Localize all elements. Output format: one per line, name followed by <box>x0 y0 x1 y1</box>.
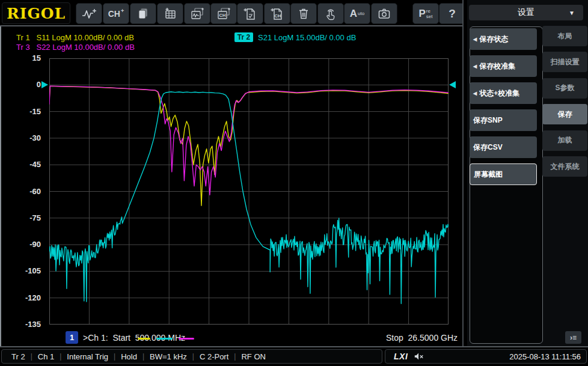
screenshot-button[interactable] <box>371 3 397 24</box>
plot-region: Tr 1 S11 LogM 10.00dB/ 0.00 dB Tr 3 S22 … <box>0 26 464 346</box>
tab-s-params[interactable]: S参数 <box>542 78 587 99</box>
status-separator: | <box>234 352 236 361</box>
tab-save[interactable]: 保存 <box>542 104 587 124</box>
y-axis-tick: -60 <box>17 187 41 196</box>
y-axis-tick: 15 <box>17 53 41 63</box>
reference-level-marker-right-icon[interactable] <box>449 81 456 88</box>
y-axis-tick: -75 <box>17 213 41 222</box>
rigol-logo-text: RIGOL <box>7 5 66 22</box>
menu-item-label: 屏幕截图 <box>474 169 503 180</box>
status-trigger: Internal Trig <box>67 352 108 361</box>
window-ch-icon: CH <box>216 7 231 21</box>
status-separator: | <box>192 352 194 361</box>
delete-button[interactable] <box>290 3 317 24</box>
y-axis-tick: -15 <box>17 107 41 116</box>
status-segment-right: LXI 2025-08-13 11:11:56 <box>385 349 587 364</box>
menu-item-screenshot[interactable]: 屏幕截图 <box>470 163 537 185</box>
submenu-arrow-icon: ◀ <box>473 91 477 96</box>
sidebar-title-dropdown[interactable]: 设置 ▼ <box>469 5 583 20</box>
preset-button[interactable]: Preset <box>412 3 439 24</box>
active-trace-badge[interactable]: Tr 2 <box>234 32 253 42</box>
add-trace-button[interactable] <box>76 3 102 24</box>
touch-icon <box>323 7 338 21</box>
reference-level-marker-left-icon[interactable] <box>41 81 48 88</box>
add-channel-button[interactable]: CH+ <box>103 3 129 24</box>
y-axis-tick: -30 <box>17 133 41 142</box>
y-axis-tick: -45 <box>17 160 41 169</box>
copy-channel-button[interactable]: CH <box>264 3 290 24</box>
menu-item-label: 保存状态 <box>479 34 508 44</box>
new-trace-window-button[interactable] <box>184 3 210 24</box>
tab-file-system[interactable]: 文件系统 <box>542 156 587 177</box>
touch-button[interactable] <box>317 3 344 24</box>
window-waveform-icon <box>190 7 204 21</box>
menu-item-label: 保存CSV <box>473 142 503 153</box>
auto-scale-button[interactable]: Auto <box>344 3 370 24</box>
auto-scale-button-icon: A <box>350 8 357 20</box>
help-icon: ? <box>449 7 456 20</box>
camera-icon <box>377 7 391 21</box>
trace2-label[interactable]: S21 LogM 15.00dB/ 0.00 dB <box>258 33 356 42</box>
status-separator: | <box>31 352 32 361</box>
y-axis-tick: 0 <box>17 80 41 89</box>
date-time: 2025-08-13 11:11:56 <box>509 352 581 361</box>
s21-legend-line <box>156 338 173 340</box>
status-if-bandwidth: BW=1 kHz <box>150 352 187 361</box>
channel-number-badge[interactable]: 1 <box>66 331 78 344</box>
tab-load[interactable]: 加载 <box>542 130 587 151</box>
sidebar-title: 设置 <box>518 7 534 18</box>
menu-item-save-state[interactable]: ◀保存状态 <box>470 28 537 50</box>
submenu-arrow-icon: ◀ <box>473 64 477 69</box>
status-separator: | <box>60 352 61 361</box>
ch-plus-icon: CH+ <box>108 10 124 18</box>
settings-sidebar: 设置 ▼ ›≡ ◀保存状态◀保存校准集◀状态+校准集保存SNP保存CSV屏幕截图… <box>467 0 588 346</box>
trace3-label[interactable]: Tr 3 S22 LogM 10.00dB/ 0.00 dB <box>16 43 135 52</box>
table-plus-icon <box>163 7 177 21</box>
tab-layout[interactable]: 布局 <box>542 26 587 46</box>
y-axis-tick: -105 <box>17 266 41 275</box>
trace1-label[interactable]: Tr 1 S11 LogM 10.00dB/ 0.00 dB <box>16 33 134 42</box>
layers-icon <box>136 7 150 21</box>
s22-legend-line <box>179 338 194 340</box>
measurement-plot <box>49 58 449 325</box>
status-segment-left: Tr 2|Ch 1|Internal Trig|Hold|BW=1 kHz|C … <box>1 349 382 364</box>
status-channel: Ch 1 <box>38 352 54 361</box>
trash-icon <box>296 7 311 21</box>
preset-button-icon: P <box>418 8 425 20</box>
waveform-plus-icon <box>81 7 97 21</box>
toolbar: RIGOL CH+CHCHAutoPreset? <box>0 0 466 25</box>
page-ch-icon: CH <box>270 7 284 21</box>
status-separator: | <box>114 352 115 361</box>
y-axis-tick: -135 <box>17 320 41 329</box>
menu-item-state-plus-cal-set[interactable]: ◀状态+校准集 <box>470 82 537 104</box>
status-calibration: C 2-Port <box>200 352 228 361</box>
new-channel-window-button[interactable]: CH <box>210 3 237 24</box>
windows-layout-button[interactable] <box>130 3 156 24</box>
menu-item-save-snp[interactable]: 保存SNP <box>470 109 537 131</box>
y-axis-tick: -90 <box>17 240 41 249</box>
lxi-indicator: LXI <box>394 352 408 361</box>
status-sweep: Hold <box>121 352 137 361</box>
new-table-button[interactable] <box>157 3 183 24</box>
rigol-logo: RIGOL <box>2 2 70 24</box>
svg-text:CH: CH <box>219 13 226 18</box>
svg-text:CH: CH <box>275 13 281 18</box>
copy-trace-button[interactable] <box>237 3 263 24</box>
status-rf: RF ON <box>241 352 265 361</box>
s11-legend-line <box>138 338 150 340</box>
help-button[interactable]: ? <box>439 3 465 24</box>
menu-item-save-cal-set[interactable]: ◀保存校准集 <box>470 55 537 77</box>
stop-frequency-label[interactable]: Stop 26.5000 GHz <box>386 333 458 343</box>
menu-item-save-csv[interactable]: 保存CSV <box>470 136 537 158</box>
page-trace-icon <box>243 7 257 21</box>
status-active-trace: Tr 2 <box>11 352 25 361</box>
tab-sweep-settings[interactable]: 扫描设置 <box>542 52 587 72</box>
submenu-arrow-icon: ◀ <box>473 37 477 42</box>
menu-item-label: 保存校准集 <box>479 61 515 72</box>
dropdown-arrow-icon: ▼ <box>569 10 575 16</box>
menu-item-label: 保存SNP <box>473 115 503 126</box>
speaker-muted-icon[interactable] <box>414 352 424 361</box>
menu-collapse-icon[interactable]: ›≡ <box>565 331 581 344</box>
vna-screen: RIGOL CH+CHCHAutoPreset? Tr 1 S11 LogM 1… <box>0 0 588 366</box>
status-bar: Tr 2|Ch 1|Internal Trig|Hold|BW=1 kHz|C … <box>0 347 588 366</box>
